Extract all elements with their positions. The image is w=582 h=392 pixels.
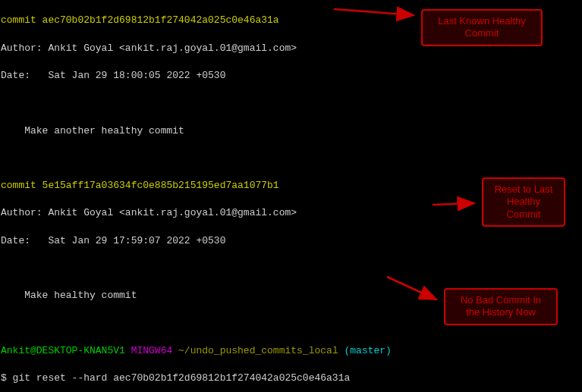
- date-line: Date: Sat Jan 29 18:00:05 2022 +0530: [1, 69, 581, 83]
- commit-message: Make another healthy commit: [1, 124, 581, 138]
- callout-healthy-commit: Last Known Healthy Commit: [421, 9, 543, 46]
- callout-no-bad-commit: No Bad Commit In the History Now: [444, 288, 558, 325]
- commit-hash: commit aec70b02b1f2d69812b1f274042a025c0…: [1, 14, 279, 26]
- callout-text: Reset to Last Healthy Commit: [495, 183, 553, 220]
- date-line: Date: Sat Jan 29 17:59:07 2022 +0530: [1, 234, 581, 248]
- callout-text: No Bad Commit In the History Now: [461, 294, 541, 318]
- commit-hash: commit 5e15aff17a03634fc0e885b215195ed7a…: [1, 180, 279, 191]
- callout-text: Last Known Healthy Commit: [438, 15, 526, 39]
- shell-prompt: Ankit@DESKTOP-KNAN5V1 MINGW64 ~/undo_pus…: [1, 344, 581, 358]
- callout-reset: Reset to Last Healthy Commit: [482, 177, 565, 227]
- reset-command: $ git reset --hard aec70b02b1f2d69812b1f…: [1, 372, 581, 385]
